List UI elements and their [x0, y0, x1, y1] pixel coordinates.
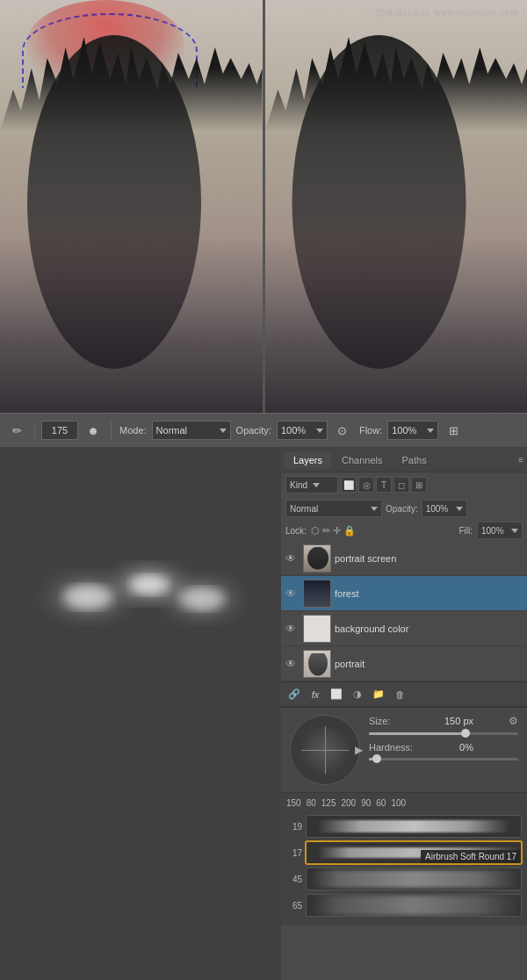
preset-size-100[interactable]: 100: [391, 798, 406, 808]
brush-hardness-row: Hardness: 0%: [369, 742, 518, 753]
layer-eye-forest[interactable]: 👁: [285, 587, 300, 600]
blend-mode-dropdown[interactable]: Normal: [285, 500, 382, 517]
size-slider-thumb[interactable]: [461, 729, 470, 738]
brush-stroke-preview: [26, 553, 255, 632]
brush-sliders: Size: 150 px ⚙ Hardness: 0%: [369, 715, 518, 767]
layer-name-bg-color: background color: [335, 623, 523, 634]
flow-dropdown-chevron: [427, 429, 434, 433]
preset-row-19[interactable]: 19: [286, 815, 522, 838]
right-panel: Layers Channels Paths ≡ Kind ⬜ ◎ T ◻ ⊞: [281, 448, 527, 980]
brush-settings-panel: ▶ Size: 150 px ⚙ Hardn: [281, 707, 527, 792]
lock-move-icon[interactable]: ✛: [333, 525, 341, 537]
forest-overlay-right: [265, 237, 528, 413]
size-slider-track[interactable]: [369, 732, 518, 735]
opacity-dropdown[interactable]: 100%: [277, 421, 328, 440]
brush-tool-icon[interactable]: ✏: [5, 421, 28, 440]
fill-dropdown[interactable]: 100%: [477, 522, 523, 539]
preset-size-90[interactable]: 90: [361, 798, 371, 808]
layer-item-portrait-screen[interactable]: 👁 portrait screen: [281, 541, 527, 576]
opacity-label: Opacity:: [236, 425, 271, 436]
preset-num-17: 17: [286, 848, 302, 858]
hardness-label: Hardness:: [369, 742, 426, 753]
filter-type-icon[interactable]: T: [376, 477, 392, 493]
layer-eye-portrait-screen[interactable]: 👁: [285, 552, 300, 565]
layer-name-portrait: portrait: [335, 659, 523, 669]
brush-gear-icon[interactable]: ⚙: [509, 715, 518, 727]
bottom-area: Layers Channels Paths ≡ Kind ⬜ ◎ T ◻ ⊞: [0, 448, 527, 980]
fill-value: 100%: [481, 526, 504, 536]
watermark: 思缘设计论坛 www.missvuan.com: [376, 7, 518, 19]
brush-preview-circle: ▶: [290, 715, 360, 785]
fx-icon[interactable]: fx: [307, 687, 324, 703]
opacity-layer-chevron: [456, 507, 463, 511]
flow-dropdown[interactable]: 100%: [387, 421, 438, 440]
layer-thumb-portrait: [303, 650, 331, 678]
preset-size-150[interactable]: 150: [286, 798, 301, 808]
preset-preview-45[interactable]: [306, 868, 522, 890]
tab-paths[interactable]: Paths: [393, 452, 436, 468]
preset-sizes-row: 150 80 125 200 90 60 100: [286, 798, 522, 808]
mode-label: Mode:: [119, 425, 147, 436]
opacity-layer-dropdown[interactable]: 100%: [422, 500, 467, 517]
fill-label: Fill:: [458, 526, 473, 536]
preset-num-19: 19: [286, 822, 302, 832]
lock-paint-icon[interactable]: ✏: [322, 525, 330, 537]
airbrush-icon[interactable]: ⊙: [331, 421, 354, 440]
preset-size-80[interactable]: 80: [307, 798, 316, 808]
layer-eye-bg-color[interactable]: 👁: [285, 623, 300, 635]
preset-size-200[interactable]: 200: [342, 798, 357, 808]
filter-adjust-icon[interactable]: ◎: [358, 477, 374, 493]
folder-icon[interactable]: 📁: [370, 687, 387, 703]
left-canvas-panel: [0, 0, 263, 413]
preset-preview-19[interactable]: [306, 815, 522, 838]
hardness-slider-thumb[interactable]: [372, 754, 381, 763]
preset-row-65[interactable]: 65: [286, 894, 522, 917]
image-area: 思缘设计论坛 www.missvuan.com: [0, 0, 527, 413]
layers-tab-group: Layers Channels Paths: [285, 452, 436, 468]
layer-item-forest[interactable]: 👁 forest: [281, 576, 527, 611]
delete-layer-icon[interactable]: 🗑: [391, 687, 408, 703]
filter-icons: ⬜ ◎ T ◻ ⊞: [341, 477, 427, 493]
filter-shape-icon[interactable]: ◻: [393, 477, 409, 493]
kind-dropdown-chevron: [313, 483, 320, 487]
layer-item-background-color[interactable]: 👁 background color: [281, 611, 527, 646]
preset-row-17[interactable]: 17 Airbrush Soft Round 17: [286, 841, 522, 864]
preset-preview-17[interactable]: Airbrush Soft Round 17: [306, 841, 522, 864]
layer-thumb-forest: [303, 580, 331, 608]
fill-chevron: [511, 529, 518, 533]
lock-transparency-icon[interactable]: ⬡: [311, 525, 320, 537]
preset-size-125[interactable]: 125: [321, 798, 336, 808]
tablet-icon[interactable]: ⊞: [442, 421, 465, 440]
brush-preview-arrow[interactable]: ▶: [355, 744, 363, 756]
canvas-area[interactable]: [0, 448, 281, 980]
hardness-slider-track[interactable]: [369, 758, 518, 760]
opacity-dropdown-chevron: [316, 429, 323, 433]
toolbar-separator-2: [111, 422, 112, 439]
brush-preview-icon[interactable]: ☻: [82, 421, 105, 440]
size-value: 150 px: [430, 716, 473, 726]
brush-size-field[interactable]: 175: [41, 421, 78, 440]
tab-layers[interactable]: Layers: [285, 452, 331, 468]
kind-dropdown[interactable]: Kind: [285, 476, 338, 494]
preset-row-45[interactable]: 45: [286, 868, 522, 890]
layers-panel-menu-icon[interactable]: ≡: [518, 455, 523, 465]
opacity-layer-value: 100%: [426, 504, 449, 514]
tab-channels[interactable]: Channels: [333, 452, 391, 468]
lock-label: Lock:: [285, 526, 307, 536]
filter-smart-icon[interactable]: ⊞: [411, 477, 427, 493]
mask-icon[interactable]: ⬜: [328, 687, 345, 703]
preset-num-65: 65: [286, 901, 302, 911]
adjustment-icon[interactable]: ◑: [349, 687, 366, 703]
filter-pixel-icon[interactable]: ⬜: [341, 477, 357, 493]
preset-preview-65[interactable]: [306, 894, 522, 917]
forest-overlay: [0, 237, 263, 413]
preset-size-60[interactable]: 60: [376, 798, 386, 808]
mode-dropdown[interactable]: Normal: [152, 421, 231, 440]
crosshair-v: [325, 726, 326, 775]
link-icon[interactable]: 🔗: [285, 687, 303, 703]
flow-label: Flow:: [359, 425, 382, 436]
layer-eye-portrait[interactable]: 👁: [285, 658, 300, 670]
lock-all-icon[interactable]: 🔒: [343, 525, 356, 537]
layer-item-portrait[interactable]: 👁 portrait: [281, 646, 527, 681]
svg-point-4: [130, 575, 169, 594]
